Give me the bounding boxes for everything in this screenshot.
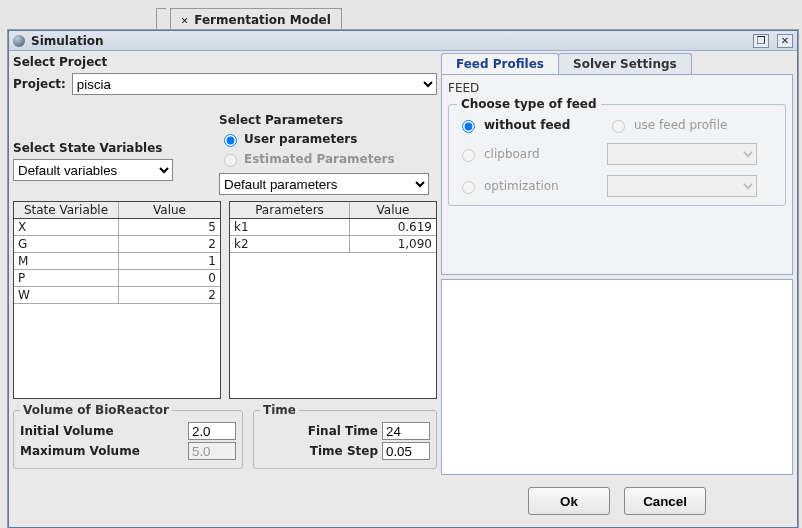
feed-fieldset: Choose type of feed without feed use fee… (448, 97, 786, 206)
optimization-select (607, 175, 757, 197)
volume-group: Volume of BioReactor Initial Volume Maxi… (13, 403, 243, 469)
select-project-heading: Select Project (13, 55, 437, 69)
table-row: W2 (14, 287, 220, 304)
radio-use-feed-profile-label: use feed profile (634, 118, 727, 132)
background-tab[interactable]: ✕ Fermentation Model (170, 8, 342, 30)
feed-legend: Choose type of feed (457, 97, 601, 111)
window-titlebar[interactable]: Simulation ❐ ✕ (9, 31, 797, 51)
max-volume-input (188, 442, 236, 460)
radio-clipboard-label: clipboard (484, 147, 540, 161)
radio-without-feed-input[interactable] (462, 120, 475, 133)
feed-preview-area (441, 279, 793, 475)
initial-volume-label: Initial Volume (20, 424, 114, 438)
tab-nav-stub (156, 8, 166, 30)
table-row: P0 (14, 270, 220, 287)
window-icon (13, 35, 25, 47)
close-doc-icon[interactable]: ✕ (181, 13, 188, 27)
feed-section-label: FEED (448, 81, 786, 95)
parameters-table: Parameters Value k10.619 k21,090 (229, 201, 437, 399)
radio-estimated-parameters-input (224, 154, 237, 167)
right-tab-strip: Feed Profiles Solver Settings (441, 53, 793, 75)
parameters-select[interactable]: Default parameters (219, 173, 429, 195)
window-title: Simulation (31, 34, 104, 48)
table-row: G2 (14, 236, 220, 253)
radio-estimated-parameters-label: Estimated Parameters (244, 152, 395, 166)
background-tabbar: ✕ Fermentation Model (170, 8, 342, 30)
clipboard-select (607, 143, 757, 165)
state-vars-select[interactable]: Default variables (13, 159, 173, 181)
radio-use-feed-profile: use feed profile (607, 117, 777, 133)
time-group: Time Final Time Time Step (253, 403, 437, 469)
table-row: M1 (14, 253, 220, 270)
sv-col-name: State Variable (14, 202, 119, 218)
radio-clipboard: clipboard (457, 146, 597, 162)
initial-volume-input[interactable] (188, 422, 236, 440)
radio-without-feed-label: without feed (484, 118, 570, 132)
radio-optimization-label: optimization (484, 179, 559, 193)
pr-col-name: Parameters (230, 202, 350, 218)
project-select[interactable]: piscia (72, 73, 437, 95)
final-time-label: Final Time (308, 424, 378, 438)
radio-optimization: optimization (457, 178, 597, 194)
volume-legend: Volume of BioReactor (20, 403, 172, 417)
time-step-label: Time Step (310, 444, 378, 458)
radio-user-parameters-label: User parameters (244, 132, 357, 146)
radio-use-feed-profile-input (612, 120, 625, 133)
select-state-vars-heading: Select State Variables (13, 141, 213, 155)
simulation-window: Simulation ❐ ✕ Select Project Project: p… (8, 30, 798, 528)
radio-user-parameters-input[interactable] (224, 134, 237, 147)
radio-estimated-parameters: Estimated Parameters (219, 151, 437, 167)
maximize-button[interactable]: ❐ (753, 34, 769, 48)
radio-clipboard-input (462, 149, 475, 162)
table-row: k10.619 (230, 219, 436, 236)
select-parameters-heading: Select Parameters (219, 113, 437, 127)
table-row: k21,090 (230, 236, 436, 253)
close-window-button[interactable]: ✕ (777, 34, 793, 48)
radio-optimization-input (462, 181, 475, 194)
project-label: Project: (13, 77, 66, 91)
state-variable-table: State Variable Value X5 G2 M1 P0 W2 (13, 201, 221, 399)
feed-profiles-panel: FEED Choose type of feed without feed us… (441, 75, 793, 275)
cancel-button[interactable]: Cancel (624, 487, 706, 515)
sv-col-value: Value (119, 202, 220, 218)
max-volume-label: Maximum Volume (20, 444, 140, 458)
time-step-input[interactable] (382, 442, 430, 460)
radio-without-feed[interactable]: without feed (457, 117, 597, 133)
tab-feed-profiles[interactable]: Feed Profiles (441, 53, 559, 74)
table-row: X5 (14, 219, 220, 236)
time-legend: Time (260, 403, 299, 417)
final-time-input[interactable] (382, 422, 430, 440)
radio-user-parameters[interactable]: User parameters (219, 131, 437, 147)
ok-button[interactable]: Ok (528, 487, 610, 515)
background-tab-label: Fermentation Model (194, 13, 331, 27)
tab-solver-settings[interactable]: Solver Settings (558, 53, 692, 74)
pr-col-value: Value (350, 202, 436, 218)
